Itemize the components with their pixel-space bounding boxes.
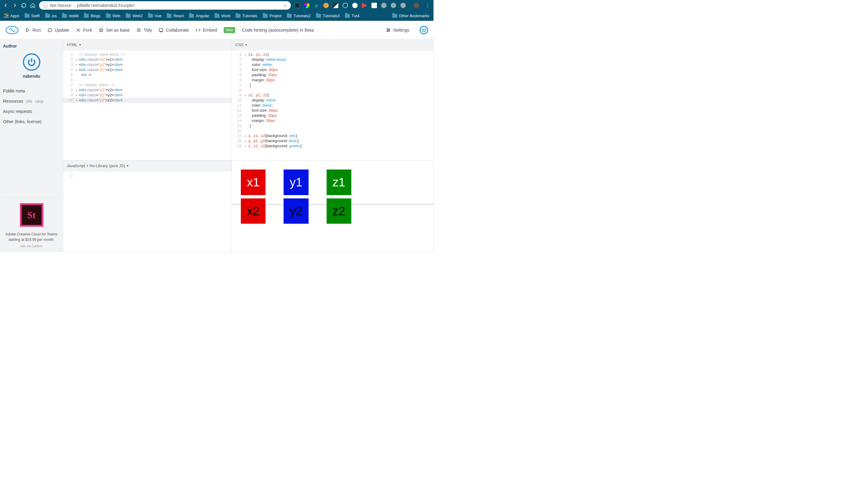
ext-icon[interactable] [400,3,406,8]
chevron-down-icon: ▼ [126,164,129,168]
js-editor[interactable]: 1 [63,171,232,252]
fork-button[interactable]: Fork [76,28,92,33]
bookmark-folder[interactable]: React [167,13,184,18]
bookmarks-bar: Apps Swift ios reddit Blogs Web Web2 Vue… [0,11,434,21]
ext-icon[interactable] [391,3,396,8]
css-editor[interactable]: 1▾.x1, .y1, .z1{ 2 display: inline-block… [232,50,433,160]
bookmark-folder[interactable]: Tut4 [345,13,360,18]
bookmark-folder[interactable]: Tutorials3 [316,13,340,18]
author-name[interactable]: nabendu [3,74,60,78]
hint-text[interactable]: Code hinting (autocomplete) in Beta [242,28,314,33]
css-pane-header[interactable]: CSS▼ [232,40,433,50]
power-icon[interactable] [420,26,428,34]
svg-point-3 [389,30,389,30]
menu-button[interactable]: ⋮ [425,3,430,8]
main-layout: Author nabendu Fiddle meta ResourcesURLc… [0,40,434,252]
ext-icon[interactable] [352,3,358,8]
ads-via[interactable]: ads via Carbon [3,244,60,248]
ext-icon[interactable] [304,3,310,8]
result-box-x2: x2 [241,199,266,224]
js-pane: JavaScript + No-Library (pure JS)▼ 1 [63,160,232,252]
other-bookmarks[interactable]: Other Bookmarks [392,13,429,18]
editor-grid: HTML▼ 1 <!--display: inline-block --> 2▾… [63,40,434,252]
result-box-z1: z1 [327,170,351,195]
bookmark-folder[interactable]: Swift [25,13,40,18]
profile-avatar[interactable] [414,3,419,8]
ext-icon[interactable] [372,3,377,8]
adobe-stock-logo[interactable]: St [20,203,43,227]
sidebar-item-resources[interactable]: ResourcesURLcdnjs [3,96,60,106]
bookmark-folder[interactable]: Web [106,13,121,18]
browser-toolbar: i Not Secure | jsfiddle.net/nabendu/L51u… [0,0,434,11]
back-button[interactable] [3,3,8,8]
result-box-y1: y1 [283,170,308,195]
result-box-z2: z2 [327,199,351,224]
svg-rect-1 [159,29,163,31]
css-pane: CSS▼ 1▾.x1, .y1, .z1{ 2 display: inline-… [232,40,434,160]
author-heading: Author [3,44,60,49]
result-box-x1: x1 [241,170,266,195]
bookmark-folder[interactable]: Web2 [126,13,143,18]
ext-icon[interactable] [333,3,339,8]
security-label: Not Secure [50,3,71,8]
jsfiddle-logo[interactable] [6,25,19,35]
ad-block: St Adobe Creative Cloud for Teamsstartin… [3,197,60,248]
tidy-button[interactable]: Tidy [136,28,152,33]
bookmark-folder[interactable]: Blogs [84,13,100,18]
chevron-down-icon: ▼ [78,43,81,46]
extensions: ⚛ ⋮ [295,3,430,8]
ext-icon[interactable] [323,3,329,8]
embed-button[interactable]: Embed [196,28,217,33]
bookmark-folder[interactable]: Vue [148,13,162,18]
js-pane-header[interactable]: JavaScript + No-Library (pure JS)▼ [63,160,232,171]
star-icon[interactable]: ☆ [283,2,287,9]
collaborate-button[interactable]: Collaborate [159,28,189,33]
forward-button[interactable] [12,3,18,8]
update-button[interactable]: Update [47,28,69,33]
ext-icon[interactable] [295,3,300,8]
html-editor[interactable]: 1 <!--display: inline-block --> 2▾<div c… [63,50,232,160]
chevron-down-icon: ▼ [245,43,247,46]
ext-icon[interactable]: ⚛ [314,3,319,8]
new-badge: New [224,27,235,33]
site-info-icon[interactable]: i [43,3,47,8]
address-bar[interactable]: i Not Secure | jsfiddle.net/nabendu/L51u… [39,1,291,10]
author-avatar[interactable] [23,53,40,71]
svg-point-2 [387,28,388,29]
html-pane: HTML▼ 1 <!--display: inline-block --> 2▾… [63,40,232,160]
svg-point-4 [387,31,388,32]
set-base-button[interactable]: Set as base [99,28,130,33]
apps-button[interactable]: Apps [4,13,19,18]
html-pane-header[interactable]: HTML▼ [63,40,232,50]
bookmark-folder[interactable]: Work [215,13,230,18]
reload-button[interactable] [21,3,26,8]
ext-icon[interactable] [362,3,367,8]
bookmark-folder[interactable]: reddit [62,13,78,18]
url-text: jsfiddle.net/nabendu/L51uzp6r/ [77,3,135,8]
ad-text[interactable]: Adobe Creative Cloud for Teamsstarting a… [3,232,60,242]
bookmark-folder[interactable]: Project [263,13,281,18]
bookmark-folder[interactable]: ios [45,13,57,18]
sidebar: Author nabendu Fiddle meta ResourcesURLc… [0,40,63,252]
ext-icon[interactable] [381,3,387,8]
result-output: x1y1z1 x2y2z2 [232,160,433,218]
sidebar-item-other[interactable]: Other (links, license) [3,117,60,127]
sidebar-item-meta[interactable]: Fiddle meta [3,86,60,96]
ext-icon[interactable] [343,3,348,8]
bookmark-folder[interactable]: Tutorials [236,13,257,18]
bookmark-folder[interactable]: Tutorials2 [287,13,311,18]
home-button[interactable] [30,3,35,8]
result-box-y2: y2 [283,199,308,224]
app-toolbar: Run Update Fork Set as base Tidy Collabo… [0,21,434,40]
result-pane: x1y1z1 x2y2z2 [232,160,434,252]
settings-button[interactable]: Settings [386,28,409,33]
run-button[interactable]: Run [25,28,41,33]
bookmark-folder[interactable]: Angular [189,13,209,18]
sidebar-item-async[interactable]: Async requests [3,106,60,117]
